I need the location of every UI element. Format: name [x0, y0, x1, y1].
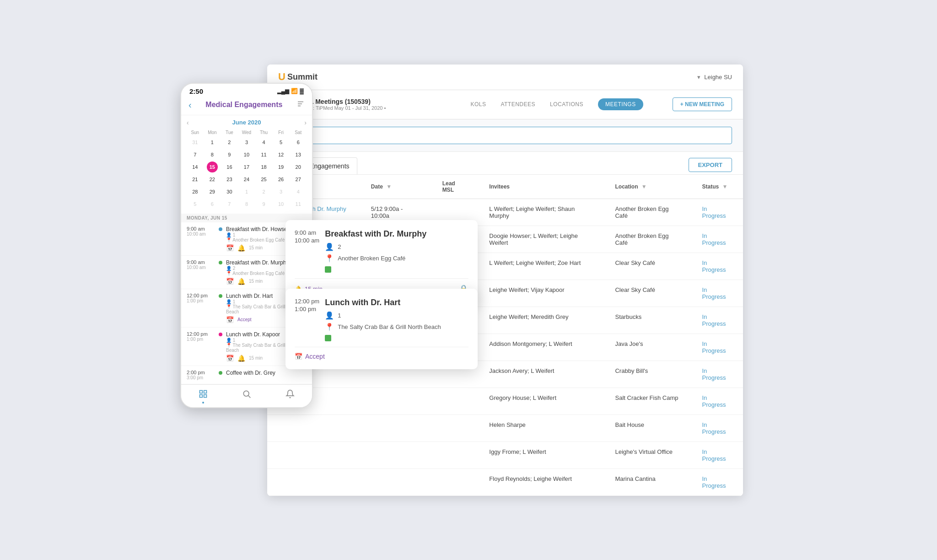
project-nav: KOLS ATTENDEES LOCATIONS MEETINGS + NEW … [470, 97, 732, 111]
cal-day[interactable]: 31 [189, 137, 200, 148]
cell-name [267, 468, 360, 495]
cell-lead-msl [431, 468, 479, 495]
nav-kols[interactable]: KOLS [470, 99, 486, 109]
cal-day[interactable]: 5 [189, 199, 200, 210]
cal-next-arrow[interactable]: › [304, 119, 307, 126]
user-dropdown-arrow[interactable]: ▾ [697, 74, 700, 81]
cal-day[interactable]: 4 [293, 186, 304, 197]
event-time: 9:00 am 10:00 am [187, 226, 215, 237]
cal-day[interactable]: 3 [275, 186, 286, 197]
cal-day[interactable]: 10 [275, 199, 286, 210]
popup-times: 9:00 am 10:00 am [295, 229, 319, 273]
cal-day[interactable]: 1 [241, 186, 252, 197]
col-status: Status ▼ [691, 175, 743, 199]
cal-day[interactable]: 2 [258, 186, 269, 197]
cal-day[interactable]: 30 [224, 186, 235, 197]
nav-search-icon[interactable] [242, 389, 251, 404]
cal-header-tue: Tue [221, 129, 238, 136]
cal-day[interactable]: 6 [293, 137, 304, 148]
search-input-wrap [278, 127, 732, 144]
cell-date [360, 468, 431, 495]
cal-day[interactable]: 23 [224, 174, 235, 185]
status-badge[interactable]: In Progress [702, 394, 726, 408]
project-bar: tipmed KOL Meetings (150539) Client: TiP… [267, 90, 743, 119]
status-badge[interactable]: In Progress [702, 421, 726, 435]
nav-bell-icon[interactable] [285, 389, 295, 404]
cal-header-sat: Sat [290, 129, 307, 136]
status-badge[interactable]: In Progress [702, 286, 726, 300]
status-badge[interactable]: In Progress [702, 232, 726, 246]
cell-invitees: L Weifert; Leighe Weifert; Zoe Hart [478, 253, 604, 280]
nav-attendees[interactable]: ATTENDEES [501, 99, 535, 109]
svg-rect-5 [199, 390, 202, 393]
cal-day[interactable]: 8 [241, 199, 252, 210]
event-time: 12:00 pm 1:00 pm [187, 293, 215, 303]
cal-day[interactable]: 21 [189, 174, 200, 185]
cal-day[interactable]: 7 [189, 149, 200, 160]
cal-day[interactable]: 2 [224, 137, 235, 148]
cal-day[interactable]: 12 [275, 149, 286, 160]
cal-day[interactable]: 29 [207, 186, 218, 197]
cal-day[interactable]: 7 [224, 199, 235, 210]
cal-day[interactable]: 3 [241, 137, 252, 148]
cal-day[interactable]: 28 [189, 186, 200, 197]
status-badge[interactable]: In Progress [702, 313, 726, 327]
cal-day[interactable]: 17 [241, 162, 252, 172]
cal-day[interactable]: 6 [207, 199, 218, 210]
calendar-icon: 📅 [295, 353, 302, 360]
cell-status: In Progress [691, 280, 743, 307]
calendar-event-icon: 📅 [226, 355, 234, 362]
nav-grid-icon[interactable] [199, 389, 208, 404]
status-badge[interactable]: In Progress [702, 259, 726, 273]
cal-day[interactable]: 24 [241, 174, 252, 185]
cal-day[interactable]: 11 [258, 149, 269, 160]
cal-day[interactable]: 19 [275, 162, 286, 172]
back-button[interactable]: ‹ [188, 100, 192, 110]
cal-day[interactable]: 26 [275, 174, 286, 185]
cal-day[interactable]: 4 [258, 137, 269, 148]
cal-day[interactable]: 22 [207, 174, 218, 185]
status-badge[interactable]: In Progress [702, 448, 726, 462]
status-badge[interactable]: In Progress [702, 205, 726, 219]
cal-day[interactable]: 1 [207, 137, 218, 148]
filter-icon[interactable] [296, 100, 305, 110]
nav-locations[interactable]: LOCATIONS [550, 99, 583, 109]
popup-attendees: 2 [338, 243, 341, 250]
cal-day[interactable]: 9 [224, 149, 235, 160]
status-badge[interactable]: In Progress [702, 475, 726, 489]
cal-prev-arrow[interactable]: ‹ [187, 119, 189, 126]
cal-day[interactable]: 18 [258, 162, 269, 172]
new-meeting-button[interactable]: + NEW MEETING [673, 97, 732, 111]
cal-header-sun: Sun [187, 129, 204, 136]
popup-time-end: 10:00 am [295, 237, 319, 244]
popup-title: Breakfast with Dr. Murphy [325, 229, 468, 239]
cal-day-today[interactable]: 15 [207, 162, 218, 172]
cal-day[interactable]: 14 [189, 162, 200, 172]
status-badge[interactable]: In Progress [702, 340, 726, 354]
event-dot [219, 371, 222, 375]
cell-location: Salt Cracker Fish Camp [604, 388, 691, 415]
nav-meetings[interactable]: MEETINGS [598, 98, 643, 110]
status-badge[interactable]: In Progress [702, 367, 726, 381]
accept-button[interactable]: 📅 Accept [295, 353, 325, 360]
cal-day[interactable]: 10 [241, 149, 252, 160]
cal-day[interactable]: 8 [207, 149, 218, 160]
cal-day[interactable]: 13 [293, 149, 304, 160]
mobile-header: ‹ Medical Engagements [181, 97, 312, 115]
cal-day[interactable]: 5 [275, 137, 286, 148]
cal-day[interactable]: 16 [224, 162, 235, 172]
bell-icon: 🔔 [237, 244, 245, 252]
project-info: KOL Meetings (150539) Client: TiPMed May… [300, 98, 386, 111]
cal-day[interactable]: 25 [258, 174, 269, 185]
popup-footer-2: 📅 Accept [295, 353, 468, 360]
search-input[interactable] [296, 132, 725, 139]
cal-day[interactable]: 11 [293, 199, 304, 210]
table-row: Helen Sharpe Bait House In Progress [267, 415, 743, 442]
cell-location: Starbucks [604, 307, 691, 334]
cal-day[interactable]: 9 [258, 199, 269, 210]
cal-day[interactable]: 20 [293, 162, 304, 172]
event-time: 12:00 pm 1:00 pm [187, 331, 215, 342]
cal-day[interactable]: 27 [293, 174, 304, 185]
popup-attendees-2: 1 [338, 312, 341, 319]
export-button[interactable]: EXPORT [689, 158, 732, 172]
